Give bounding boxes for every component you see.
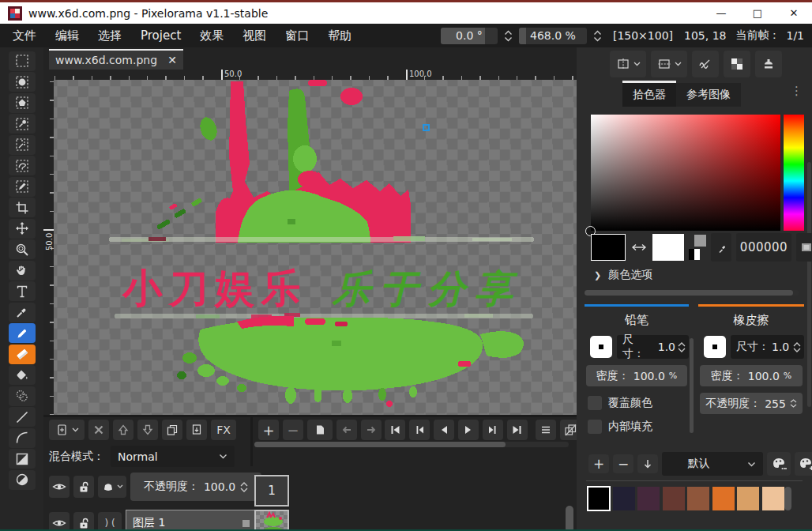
screen-color-picker-button[interactable] — [711, 233, 731, 262]
tab-close-icon[interactable]: ✕ — [167, 54, 177, 66]
clone-layer-button[interactable] — [162, 420, 182, 440]
palette-scrollbar[interactable] — [784, 487, 791, 510]
frame-1-header[interactable]: 1 — [254, 475, 289, 507]
cel-settings-button[interactable] — [98, 476, 126, 498]
palette-swatch[interactable] — [588, 487, 610, 510]
palette-swatch[interactable] — [613, 487, 635, 510]
timeline-vertical-scrollbar[interactable] — [566, 506, 573, 531]
zoom-spinner[interactable] — [593, 30, 602, 42]
layer-opacity-slider[interactable]: 不透明度： 100.0 — [130, 473, 261, 501]
last-frame-button[interactable] — [507, 420, 528, 440]
palette-swatch[interactable] — [712, 487, 735, 510]
menu-select[interactable]: 选择 — [98, 28, 122, 43]
play-forward-button[interactable] — [458, 420, 479, 440]
menu-edit[interactable]: 编辑 — [55, 28, 79, 43]
ellipse-tool[interactable] — [9, 470, 36, 490]
pixel-perfect-button[interactable] — [692, 51, 719, 77]
ellipse-select-tool[interactable] — [9, 72, 36, 92]
palette-select-dropdown[interactable]: 默认 — [662, 452, 763, 476]
pencil-size-spinner[interactable] — [678, 342, 686, 352]
next-frame-button[interactable] — [483, 420, 503, 440]
menu-effects[interactable]: 效果 — [200, 28, 224, 43]
rotation-spinner[interactable] — [504, 30, 513, 42]
add-layer-button[interactable] — [49, 420, 85, 440]
palette-swatch[interactable] — [687, 487, 709, 510]
maximize-button[interactable]: □ — [739, 2, 776, 24]
eraser-opacity-spinner[interactable] — [790, 399, 797, 408]
move-frame-right-button[interactable] — [361, 420, 382, 440]
menu-project[interactable]: Project — [141, 28, 181, 43]
eraser-density-slider[interactable]: 密度： 100.0 % — [700, 365, 803, 386]
link-cels-icon[interactable]: ) ( — [98, 512, 122, 531]
color-panel-hscrollbar[interactable] — [585, 290, 799, 296]
timeline-horizontal-scrollbar[interactable] — [254, 442, 569, 447]
alpha-lock-button[interactable] — [724, 51, 750, 77]
pencil-size-spinbox[interactable]: 尺寸： 1.0 — [617, 335, 689, 359]
play-backwards-button[interactable] — [434, 420, 454, 440]
color-picker-tool[interactable] — [9, 303, 36, 322]
paint-select-tool[interactable] — [9, 177, 36, 197]
shading-tool[interactable] — [9, 386, 36, 406]
eraser-size-spinbox[interactable]: 尺寸： 1.0 — [731, 335, 804, 359]
layer-visibility-eye-icon[interactable] — [49, 512, 70, 531]
curve-tool[interactable] — [9, 428, 36, 448]
horizontal-ruler[interactable]: 50.0 100.0 — [54, 70, 577, 80]
right-panel-scrollbar[interactable] — [807, 162, 811, 407]
lock-all-layers-icon[interactable] — [73, 476, 94, 498]
move-layer-down-button[interactable] — [137, 420, 158, 440]
add-palette-color-button[interactable]: + — [588, 454, 609, 473]
vertical-ruler[interactable]: 50.0 — [43, 80, 54, 415]
rectangle-tool[interactable] — [9, 449, 36, 469]
tab-reference-image[interactable]: 参考图像 — [676, 83, 741, 107]
zoom-tool[interactable] — [9, 239, 36, 259]
eraser-tool[interactable] — [9, 345, 36, 364]
zoom-slider[interactable]: 468.0 % — [519, 28, 587, 44]
panel-menu-dots-icon[interactable]: ⋮ — [791, 88, 803, 93]
eraser-opacity-slider[interactable]: 不透明度： 255 — [700, 393, 803, 414]
move-layer-up-button[interactable] — [113, 420, 133, 440]
polygon-select-tool[interactable] — [9, 93, 36, 113]
palette-swatch[interactable] — [737, 487, 759, 510]
menu-view[interactable]: 视图 — [242, 28, 266, 43]
bucket-tool[interactable] — [9, 365, 36, 385]
color-mode-button[interactable] — [796, 233, 812, 262]
remove-frame-button[interactable]: − — [283, 420, 303, 440]
saturation-value-square[interactable] — [591, 115, 780, 231]
swap-colors-icon[interactable] — [630, 243, 648, 252]
lasso-tool[interactable] — [9, 156, 36, 175]
add-frame-button[interactable]: + — [258, 420, 279, 440]
remove-layer-button[interactable] — [88, 420, 109, 440]
text-tool[interactable] — [9, 281, 36, 301]
cel-thumbnail[interactable] — [254, 510, 289, 531]
overwrite-color-checkbox[interactable]: 覆盖颜色 — [588, 396, 689, 410]
secondary-color-swatch[interactable] — [652, 234, 684, 261]
new-palette-button[interactable] — [795, 452, 812, 476]
tab-color-picker[interactable]: 拾色器 — [622, 83, 676, 107]
toggle-all-visibility-eye-icon[interactable] — [49, 476, 70, 498]
rectangle-select-tool[interactable] — [9, 51, 36, 71]
hex-color-input[interactable]: 000000 — [736, 233, 791, 262]
layer-fx-button[interactable]: FX — [211, 420, 236, 440]
edit-palette-button[interactable] — [767, 452, 791, 476]
horizontal-mirror-button[interactable] — [610, 51, 646, 77]
document-tab[interactable]: www.x6d.com.png ✕ — [49, 49, 183, 70]
sort-palette-button[interactable] — [637, 454, 658, 473]
color-options-expander[interactable]: ❯ 颜色选项 — [594, 268, 652, 282]
hue-bar[interactable] — [784, 115, 804, 231]
eraser-size-spinner[interactable] — [793, 342, 801, 352]
palette-swatch[interactable] — [663, 487, 685, 510]
blend-mode-dropdown[interactable]: Normal — [111, 446, 235, 467]
palette-swatch[interactable] — [637, 487, 660, 510]
palette-swatch[interactable] — [762, 487, 784, 510]
remove-palette-color-button[interactable]: − — [613, 454, 633, 473]
layer-name-field[interactable]: 图层 1 — [126, 510, 257, 531]
move-tool[interactable] — [9, 219, 36, 239]
line-tool[interactable] — [9, 407, 36, 427]
first-frame-button[interactable] — [385, 420, 405, 440]
opacity-spinner[interactable] — [240, 482, 248, 492]
menu-help[interactable]: 帮助 — [328, 28, 351, 43]
close-button[interactable]: ✕ — [776, 2, 812, 24]
crop-tool[interactable] — [9, 198, 36, 217]
pencil-tool[interactable] — [9, 323, 36, 343]
fill-inside-checkbox[interactable]: 内部填充 — [588, 420, 689, 434]
